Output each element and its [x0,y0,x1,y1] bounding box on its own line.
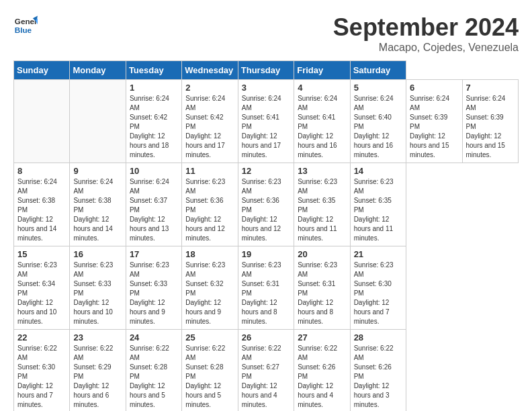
day-number: 17 [130,249,178,259]
calendar-cell: 1 Sunrise: 6:24 AM Sunset: 6:42 PM Dayli… [126,80,181,163]
day-number: 13 [298,166,346,176]
location-subtitle: Macapo, Cojedes, Venezuela [333,42,519,54]
day-number: 18 [185,249,234,259]
col-header-friday: Friday [294,61,350,80]
col-header-wednesday: Wednesday [182,61,238,80]
day-info: Sunrise: 6:24 AM Sunset: 6:39 PM Dayligh… [410,94,458,160]
calendar-cell: 25 Sunrise: 6:22 AM Sunset: 6:28 PM Dayl… [182,330,238,412]
day-info: Sunrise: 6:23 AM Sunset: 6:30 PM Dayligh… [354,261,402,326]
day-number: 14 [354,166,402,176]
calendar-cell: 9 Sunrise: 6:24 AM Sunset: 6:38 PM Dayli… [70,163,126,246]
day-info: Sunrise: 6:22 AM Sunset: 6:26 PM Dayligh… [298,344,346,410]
calendar-cell: 17 Sunrise: 6:23 AM Sunset: 6:33 PM Dayl… [126,246,181,330]
calendar-cell: 18 Sunrise: 6:23 AM Sunset: 6:32 PM Dayl… [182,246,238,330]
col-header-thursday: Thursday [238,61,294,80]
day-info: Sunrise: 6:23 AM Sunset: 6:35 PM Dayligh… [354,177,402,243]
calendar-cell: 16 Sunrise: 6:23 AM Sunset: 6:33 PM Dayl… [70,246,126,330]
day-number: 27 [298,332,346,342]
day-info: Sunrise: 6:24 AM Sunset: 6:41 PM Dayligh… [242,94,290,160]
calendar-week-row: 22 Sunrise: 6:22 AM Sunset: 6:30 PM Dayl… [14,330,519,412]
day-info: Sunrise: 6:24 AM Sunset: 6:37 PM Dayligh… [130,177,178,243]
col-header-sunday: Sunday [14,61,70,80]
day-number: 26 [242,332,290,342]
calendar-cell: 13 Sunrise: 6:23 AM Sunset: 6:35 PM Dayl… [294,163,350,246]
calendar-cell: 14 Sunrise: 6:23 AM Sunset: 6:35 PM Dayl… [350,163,406,246]
calendar-cell: 27 Sunrise: 6:22 AM Sunset: 6:26 PM Dayl… [294,330,350,412]
day-number: 6 [410,83,458,93]
col-header-saturday: Saturday [350,61,406,80]
month-title: September 2024 [333,13,519,42]
col-header-monday: Monday [70,61,126,80]
calendar-cell: 11 Sunrise: 6:23 AM Sunset: 6:36 PM Dayl… [182,163,238,246]
calendar-cell: 7 Sunrise: 6:24 AM Sunset: 6:39 PM Dayli… [462,80,519,163]
logo-icon: General Blue [13,13,38,38]
calendar-cell: 19 Sunrise: 6:23 AM Sunset: 6:31 PM Dayl… [238,246,294,330]
day-info: Sunrise: 6:23 AM Sunset: 6:33 PM Dayligh… [130,261,178,326]
day-info: Sunrise: 6:23 AM Sunset: 6:31 PM Dayligh… [242,261,290,326]
day-info: Sunrise: 6:22 AM Sunset: 6:30 PM Dayligh… [17,344,66,410]
day-info: Sunrise: 6:24 AM Sunset: 6:41 PM Dayligh… [298,94,346,160]
calendar-cell [70,80,126,163]
day-number: 23 [73,332,122,342]
day-number: 4 [298,83,346,93]
calendar-cell: 2 Sunrise: 6:24 AM Sunset: 6:42 PM Dayli… [182,80,238,163]
calendar-cell: 26 Sunrise: 6:22 AM Sunset: 6:27 PM Dayl… [238,330,294,412]
day-info: Sunrise: 6:24 AM Sunset: 6:38 PM Dayligh… [17,177,66,243]
day-number: 10 [130,166,178,176]
day-info: Sunrise: 6:22 AM Sunset: 6:28 PM Dayligh… [130,344,178,410]
day-info: Sunrise: 6:24 AM Sunset: 6:39 PM Dayligh… [466,94,515,160]
day-number: 22 [17,332,66,342]
day-number: 11 [185,166,234,176]
day-number: 3 [242,83,290,93]
day-info: Sunrise: 6:23 AM Sunset: 6:34 PM Dayligh… [17,261,66,326]
calendar-week-row: 8 Sunrise: 6:24 AM Sunset: 6:38 PM Dayli… [14,163,519,246]
svg-text:Blue: Blue [15,26,32,34]
calendar-cell: 10 Sunrise: 6:24 AM Sunset: 6:37 PM Dayl… [126,163,181,246]
day-info: Sunrise: 6:24 AM Sunset: 6:40 PM Dayligh… [354,94,402,160]
calendar-cell: 12 Sunrise: 6:23 AM Sunset: 6:36 PM Dayl… [238,163,294,246]
day-info: Sunrise: 6:24 AM Sunset: 6:42 PM Dayligh… [185,94,234,160]
calendar-table: SundayMondayTuesdayWednesdayThursdayFrid… [13,60,519,411]
day-info: Sunrise: 6:22 AM Sunset: 6:27 PM Dayligh… [242,344,290,410]
page-header: General Blue September 2024 Macapo, Coje… [13,13,519,54]
day-info: Sunrise: 6:24 AM Sunset: 6:42 PM Dayligh… [130,94,178,160]
day-number: 8 [17,166,66,176]
calendar-cell: 3 Sunrise: 6:24 AM Sunset: 6:41 PM Dayli… [238,80,294,163]
day-number: 1 [130,83,178,93]
calendar-cell: 28 Sunrise: 6:22 AM Sunset: 6:26 PM Dayl… [350,330,406,412]
calendar-cell: 5 Sunrise: 6:24 AM Sunset: 6:40 PM Dayli… [350,80,406,163]
day-info: Sunrise: 6:22 AM Sunset: 6:29 PM Dayligh… [73,344,122,410]
day-info: Sunrise: 6:23 AM Sunset: 6:35 PM Dayligh… [298,177,346,243]
day-number: 21 [354,249,402,259]
day-info: Sunrise: 6:23 AM Sunset: 6:32 PM Dayligh… [185,261,234,326]
calendar-week-row: 1 Sunrise: 6:24 AM Sunset: 6:42 PM Dayli… [14,80,519,163]
day-number: 19 [242,249,290,259]
day-info: Sunrise: 6:22 AM Sunset: 6:28 PM Dayligh… [185,344,234,410]
calendar-cell: 20 Sunrise: 6:23 AM Sunset: 6:31 PM Dayl… [294,246,350,330]
day-info: Sunrise: 6:22 AM Sunset: 6:26 PM Dayligh… [354,344,402,410]
day-number: 16 [73,249,122,259]
col-header-tuesday: Tuesday [126,61,181,80]
calendar-cell: 23 Sunrise: 6:22 AM Sunset: 6:29 PM Dayl… [70,330,126,412]
calendar-cell: 24 Sunrise: 6:22 AM Sunset: 6:28 PM Dayl… [126,330,181,412]
day-number: 24 [130,332,178,342]
day-info: Sunrise: 6:23 AM Sunset: 6:36 PM Dayligh… [185,177,234,243]
day-number: 28 [354,332,402,342]
day-number: 20 [298,249,346,259]
day-number: 9 [73,166,122,176]
day-number: 25 [185,332,234,342]
calendar-cell: 22 Sunrise: 6:22 AM Sunset: 6:30 PM Dayl… [14,330,70,412]
day-number: 15 [17,249,66,259]
day-number: 2 [185,83,234,93]
day-info: Sunrise: 6:23 AM Sunset: 6:31 PM Dayligh… [298,261,346,326]
day-number: 12 [242,166,290,176]
calendar-week-row: 15 Sunrise: 6:23 AM Sunset: 6:34 PM Dayl… [14,246,519,330]
logo: General Blue [13,13,38,38]
day-info: Sunrise: 6:23 AM Sunset: 6:33 PM Dayligh… [73,261,122,326]
calendar-cell: 21 Sunrise: 6:23 AM Sunset: 6:30 PM Dayl… [350,246,406,330]
calendar-header-row: SundayMondayTuesdayWednesdayThursdayFrid… [14,61,519,80]
calendar-cell: 6 Sunrise: 6:24 AM Sunset: 6:39 PM Dayli… [406,80,462,163]
calendar-cell: 4 Sunrise: 6:24 AM Sunset: 6:41 PM Dayli… [294,80,350,163]
day-info: Sunrise: 6:23 AM Sunset: 6:36 PM Dayligh… [242,177,290,243]
calendar-cell [14,80,70,163]
